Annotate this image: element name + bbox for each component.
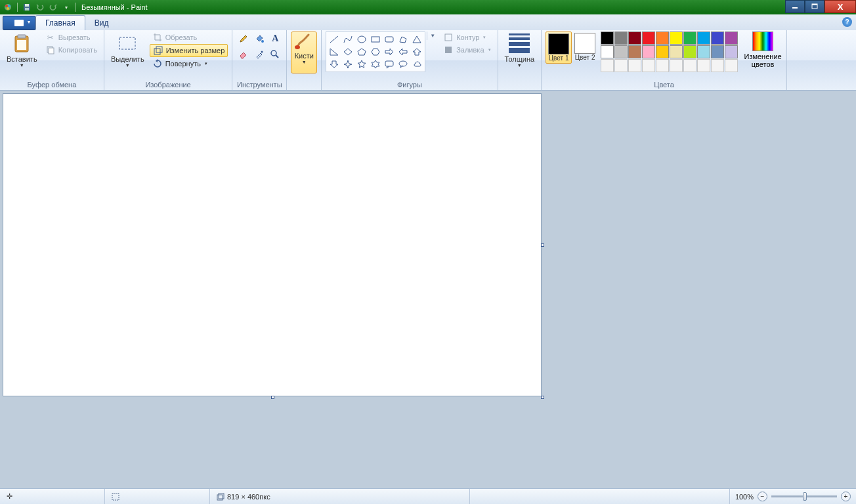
help-icon[interactable]: ?	[842, 17, 852, 27]
color-swatch-empty[interactable]	[683, 59, 696, 72]
file-menu-button[interactable]	[3, 16, 35, 30]
shape-hexagon[interactable]	[369, 46, 382, 58]
cut-button[interactable]: ✂Вырезать	[43, 32, 100, 43]
resize-button[interactable]: Изменить размер	[150, 44, 228, 57]
color-swatch[interactable]	[614, 45, 628, 58]
color-swatch[interactable]	[670, 45, 683, 58]
maximize-button[interactable]	[805, 0, 824, 13]
shape-rect[interactable]	[369, 33, 382, 45]
select-button[interactable]: Выделить ▼	[108, 32, 147, 69]
eyedropper-tool[interactable]	[252, 47, 267, 62]
size-button[interactable]: Толщина ▼	[502, 32, 538, 69]
color-swatch[interactable]	[711, 32, 724, 45]
save-icon[interactable]	[22, 2, 32, 12]
color-swatch[interactable]	[725, 45, 738, 58]
brushes-button[interactable]: Кисти ▼	[291, 32, 317, 74]
color-swatch[interactable]	[601, 45, 614, 58]
shape-line[interactable]	[328, 33, 341, 45]
workspace[interactable]	[0, 91, 856, 488]
shape-diamond[interactable]	[341, 46, 354, 58]
color-swatch-empty[interactable]	[628, 59, 641, 72]
color-swatch[interactable]	[628, 32, 641, 45]
color-swatch[interactable]	[697, 32, 710, 45]
shape-4star[interactable]	[341, 58, 354, 70]
color-swatch[interactable]	[711, 45, 724, 58]
undo-icon[interactable]	[35, 2, 45, 12]
text-tool[interactable]: A	[268, 32, 282, 46]
color-swatch[interactable]	[683, 32, 696, 45]
outline-icon	[443, 32, 454, 43]
color-swatch[interactable]	[725, 32, 738, 45]
shape-callout-rect[interactable]	[383, 58, 396, 70]
group-shapes: ▼ Контур▾ Заливка▾ Фигуры	[322, 30, 498, 90]
zoom-controls: 100% − +	[730, 492, 856, 501]
color2-button[interactable]: Цвет 2	[572, 32, 598, 62]
shape-callout-oval[interactable]	[396, 58, 410, 70]
resize-handle-bottom[interactable]	[271, 396, 274, 399]
shape-polygon[interactable]	[396, 33, 410, 45]
shape-roundrect[interactable]	[383, 33, 396, 45]
eraser-tool[interactable]	[236, 47, 251, 62]
fill-button[interactable]: Заливка▾	[440, 44, 493, 56]
chevron-down-icon[interactable]: ▼	[429, 32, 437, 40]
copy-button[interactable]: Копировать	[43, 44, 100, 56]
color-swatch[interactable]	[601, 32, 614, 45]
shape-arrow-down[interactable]	[328, 58, 341, 70]
shape-6star[interactable]	[369, 58, 382, 70]
canvas[interactable]	[3, 94, 541, 396]
shape-triangle[interactable]	[410, 33, 423, 45]
edit-colors-button[interactable]: Изменение цветов	[743, 32, 782, 68]
group-label-clipboard: Буфер обмена	[4, 81, 100, 90]
paste-button[interactable]: Вставить ▼	[4, 32, 40, 69]
color-swatch-empty[interactable]	[601, 59, 614, 72]
tab-view[interactable]: Вид	[85, 16, 118, 30]
close-button[interactable]: X	[824, 0, 856, 13]
resize-handle-right[interactable]	[541, 243, 544, 247]
zoom-in-button[interactable]: +	[841, 492, 851, 501]
shape-pentagon[interactable]	[355, 46, 368, 58]
color-swatch[interactable]	[697, 45, 710, 58]
color-swatch-empty[interactable]	[725, 59, 738, 72]
color-swatch-empty[interactable]	[670, 59, 683, 72]
color-swatch[interactable]	[642, 45, 655, 58]
color-swatch[interactable]	[628, 45, 641, 58]
magnifier-tool[interactable]	[268, 47, 282, 62]
pencil-tool[interactable]	[236, 32, 251, 46]
zoom-out-button[interactable]: −	[758, 492, 767, 501]
resize-handle-corner[interactable]	[541, 396, 544, 399]
shape-arrow-up[interactable]	[410, 46, 423, 58]
color-swatch[interactable]	[642, 32, 655, 45]
shape-5star[interactable]	[355, 58, 368, 70]
shape-callout-cloud[interactable]	[410, 58, 423, 70]
shape-oval[interactable]	[355, 33, 368, 45]
shape-right-triangle[interactable]	[328, 46, 341, 58]
shape-arrow-left[interactable]	[396, 46, 410, 58]
color-swatch-empty[interactable]	[711, 59, 724, 72]
fill-tool[interactable]	[252, 32, 267, 46]
color-swatch-empty[interactable]	[614, 59, 628, 72]
redo-icon[interactable]	[48, 2, 58, 12]
svg-point-19	[261, 51, 263, 53]
qat-dropdown-icon[interactable]: ▾	[61, 2, 72, 12]
shape-curve[interactable]	[341, 33, 354, 45]
color-swatch[interactable]	[670, 32, 683, 45]
outline-button[interactable]: Контур▾	[440, 32, 493, 43]
color-swatch-empty[interactable]	[697, 59, 710, 72]
color-swatch[interactable]	[656, 32, 669, 45]
crop-button[interactable]: Обрезать	[150, 32, 228, 43]
color-swatch[interactable]	[614, 32, 628, 45]
tab-home[interactable]: Главная	[35, 15, 85, 30]
color1-button[interactable]: Цвет 1	[546, 32, 572, 64]
shape-arrow-right[interactable]	[383, 46, 396, 58]
color-swatch[interactable]	[656, 45, 669, 58]
zoom-thumb[interactable]	[803, 492, 807, 501]
color-swatch-empty[interactable]	[656, 59, 669, 72]
svg-point-24	[358, 36, 366, 43]
minimize-button[interactable]	[785, 0, 805, 13]
fillshape-icon	[443, 45, 454, 55]
color-swatch-empty[interactable]	[642, 59, 655, 72]
shapes-gallery[interactable]	[326, 32, 425, 72]
rotate-button[interactable]: Повернуть▾	[150, 58, 228, 70]
color-swatch[interactable]	[683, 45, 696, 58]
zoom-slider[interactable]	[771, 495, 837, 497]
